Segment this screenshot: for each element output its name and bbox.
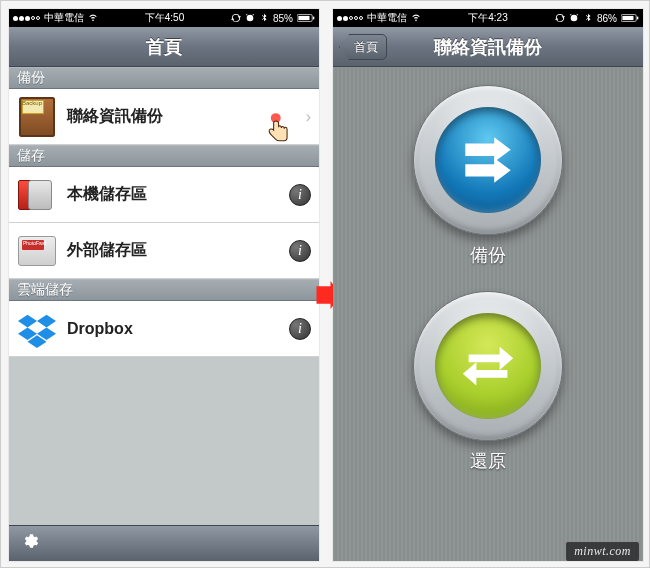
row-contacts-backup[interactable]: 聯絡資訊備份 › bbox=[9, 89, 319, 145]
svg-rect-12 bbox=[637, 17, 638, 20]
backup-button[interactable] bbox=[413, 85, 563, 235]
chevron-right-icon: › bbox=[306, 108, 311, 126]
bluetooth-icon bbox=[583, 13, 593, 23]
battery-icon bbox=[621, 13, 639, 23]
battery-percent: 85% bbox=[273, 13, 293, 24]
back-button[interactable]: 首頁 bbox=[339, 34, 387, 60]
restore-button[interactable] bbox=[413, 291, 563, 441]
backup-button-group: 備份 bbox=[413, 85, 563, 267]
svg-marker-4 bbox=[18, 314, 37, 327]
svg-marker-14 bbox=[465, 158, 510, 183]
status-right: 85% bbox=[231, 13, 315, 24]
battery-percent: 86% bbox=[597, 13, 617, 24]
signal-dots-icon bbox=[337, 16, 363, 21]
row-label: 外部儲存區 bbox=[67, 240, 279, 261]
svg-rect-11 bbox=[622, 16, 633, 20]
section-header-cloud: 雲端儲存 bbox=[9, 279, 319, 301]
status-bar: 中華電信 下午4:23 86% bbox=[333, 9, 643, 27]
home-list: 備份 聯絡資訊備份 › 儲存 本機儲存區 i 外部儲存區 i 雲端儲存 bbox=[9, 67, 319, 561]
info-icon[interactable]: i bbox=[289, 240, 311, 262]
carrier-label: 中華電信 bbox=[44, 11, 84, 25]
svg-marker-13 bbox=[465, 137, 510, 162]
back-label: 首頁 bbox=[354, 39, 378, 56]
sync-icon bbox=[231, 13, 241, 23]
gear-icon[interactable] bbox=[21, 532, 39, 555]
row-dropbox[interactable]: Dropbox i bbox=[9, 301, 319, 357]
navbar: 首頁 bbox=[9, 27, 319, 67]
alarm-icon bbox=[569, 13, 579, 23]
wifi-icon bbox=[88, 12, 98, 24]
arrows-right-icon bbox=[455, 127, 521, 193]
restore-label: 還原 bbox=[470, 449, 506, 473]
row-label: 本機儲存區 bbox=[67, 184, 279, 205]
section-header-backup: 備份 bbox=[9, 67, 319, 89]
svg-marker-5 bbox=[37, 314, 56, 327]
empty-area bbox=[9, 357, 319, 525]
backup-label: 備份 bbox=[470, 243, 506, 267]
alarm-icon bbox=[245, 13, 255, 23]
dropbox-icon bbox=[17, 309, 57, 349]
arrows-cycle-icon bbox=[457, 335, 519, 397]
clock-label: 下午4:23 bbox=[468, 11, 507, 25]
row-label: 聯絡資訊備份 bbox=[67, 106, 292, 127]
page-title: 聯絡資訊備份 bbox=[434, 35, 542, 59]
carrier-label: 中華電信 bbox=[367, 11, 407, 25]
restore-button-group: 還原 bbox=[413, 291, 563, 473]
sd-card-icon bbox=[17, 231, 57, 271]
svg-rect-1 bbox=[298, 16, 309, 20]
screenshot-home: 中華電信 下午4:50 85% 首頁 備份 聯絡資訊備份 › bbox=[9, 9, 319, 561]
status-bar: 中華電信 下午4:50 85% bbox=[9, 9, 319, 27]
bottom-toolbar bbox=[9, 525, 319, 561]
internal-hdd-icon bbox=[17, 175, 57, 215]
info-icon[interactable]: i bbox=[289, 184, 311, 206]
info-icon[interactable]: i bbox=[289, 318, 311, 340]
svg-rect-2 bbox=[313, 17, 314, 20]
screenshot-contacts-backup: 中華電信 下午4:23 86% 首頁 聯絡資訊備份 bbox=[333, 9, 643, 561]
row-label: Dropbox bbox=[67, 320, 279, 338]
row-local-storage[interactable]: 本機儲存區 i bbox=[9, 167, 319, 223]
sync-icon bbox=[555, 13, 565, 23]
signal-dots-icon bbox=[13, 16, 40, 21]
backup-book-icon bbox=[17, 97, 57, 137]
navbar: 首頁 聯絡資訊備份 bbox=[333, 27, 643, 67]
page-title: 首頁 bbox=[146, 35, 182, 59]
section-header-storage: 儲存 bbox=[9, 145, 319, 167]
clock-label: 下午4:50 bbox=[145, 11, 184, 25]
bluetooth-icon bbox=[259, 13, 269, 23]
status-right: 86% bbox=[555, 13, 639, 24]
battery-icon bbox=[297, 13, 315, 23]
wifi-icon bbox=[411, 12, 421, 24]
row-external-storage[interactable]: 外部儲存區 i bbox=[9, 223, 319, 279]
backup-actions: 備份 還原 bbox=[333, 67, 643, 561]
watermark: minwt.com bbox=[566, 542, 639, 561]
